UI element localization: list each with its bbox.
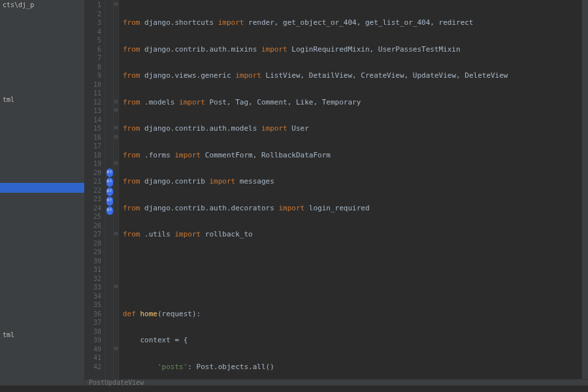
override-icon[interactable]: o↑ <box>106 178 113 187</box>
breadcrumb-bar[interactable]: PostUpdateView <box>85 379 588 385</box>
code-line[interactable]: from django.contrib.auth.mixins import L… <box>123 45 578 54</box>
line-number-gutter: 1234567891011121314151617181920212223242… <box>85 0 106 379</box>
tree-path-hint: cts\dj_p <box>0 0 84 10</box>
code-line[interactable]: from .utils import rollback_to <box>123 230 578 239</box>
override-gutter: o↑o↑o↑o↑o↑ <box>106 0 114 379</box>
fold-gutter[interactable]: ⊟⊟⊟⊟⊟⊟⊟⊟⊟ <box>114 0 119 379</box>
code-line[interactable]: from .models import Post, Tag, Comment, … <box>123 98 578 107</box>
code-editor[interactable]: 1234567891011121314151617181920212223242… <box>85 0 588 379</box>
project-tree[interactable]: cts\dj_p tml tml <box>0 0 85 385</box>
code-line[interactable]: from django.views.generic import ListVie… <box>123 71 578 80</box>
code-line[interactable]: context = { <box>123 336 578 345</box>
override-icon[interactable]: o↑ <box>106 169 113 178</box>
override-icon[interactable]: o↑ <box>106 197 113 206</box>
code-line[interactable]: def home(request): <box>123 310 578 319</box>
vertical-scrollbar[interactable] <box>581 0 588 379</box>
code-line[interactable]: from django.contrib import messages <box>123 177 578 186</box>
code-line[interactable]: from django.shortcuts import render, get… <box>123 18 578 27</box>
tree-file[interactable]: tml <box>0 330 84 340</box>
tree-file-selected[interactable] <box>0 183 84 193</box>
code-line[interactable] <box>123 283 578 292</box>
code-line[interactable] <box>123 257 578 266</box>
code-line[interactable]: from django.contrib.auth.decorators impo… <box>123 204 578 213</box>
breadcrumb-item[interactable]: PostUpdateView <box>89 379 144 386</box>
code-line[interactable]: 'posts': Post.objects.all() <box>123 363 578 372</box>
code-content[interactable]: from django.shortcuts import render, get… <box>119 0 581 379</box>
tree-file[interactable]: tml <box>0 95 84 105</box>
override-icon[interactable]: o↑ <box>106 188 113 197</box>
code-line[interactable]: from django.contrib.auth.models import U… <box>123 124 578 133</box>
code-line[interactable]: from .forms import CommentForm, Rollback… <box>123 151 578 160</box>
override-icon[interactable]: o↑ <box>106 206 113 216</box>
